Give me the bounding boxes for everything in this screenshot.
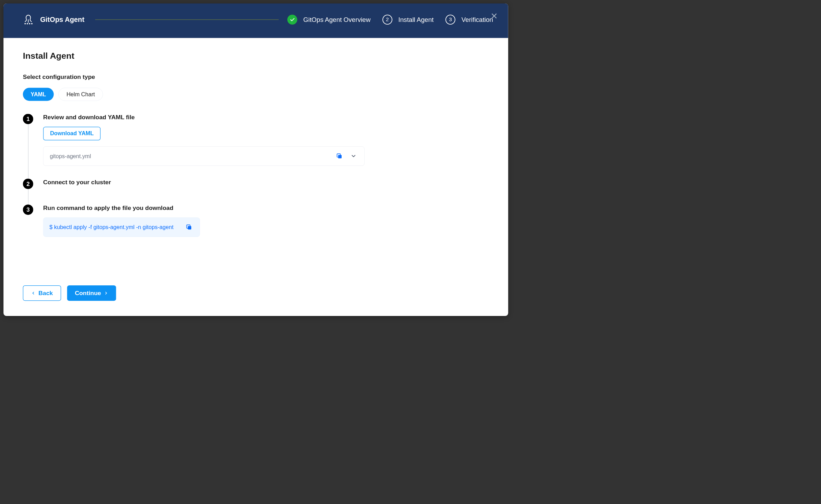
- stepper-progress-line: [95, 19, 279, 20]
- header-title: GitOps Agent: [40, 16, 84, 24]
- connector-line: [28, 189, 29, 205]
- step-label: Verification: [461, 16, 493, 23]
- close-icon: ✕: [491, 11, 498, 21]
- wizard-header: GitOps Agent GitOps Agent Overview 2 Ins…: [3, 3, 508, 38]
- pill-yaml[interactable]: YAML: [23, 88, 54, 101]
- close-button[interactable]: ✕: [491, 12, 498, 21]
- octopus-icon: [23, 14, 34, 25]
- command-text: $ kubectl apply -f gitops-agent.yml -n g…: [49, 224, 174, 230]
- step-label: Install Agent: [398, 16, 433, 23]
- header-logo: GitOps Agent: [23, 14, 85, 25]
- modal-footer: Back Continue: [3, 285, 508, 316]
- svg-point-1: [27, 23, 28, 24]
- step-badge: 2: [23, 179, 33, 189]
- step-label: GitOps Agent Overview: [303, 16, 370, 23]
- file-name: gitops-agent.yml: [50, 153, 329, 159]
- connector-line: [28, 124, 29, 179]
- check-icon: [287, 15, 297, 25]
- svg-point-0: [24, 23, 26, 24]
- chevron-left-icon: [31, 291, 35, 295]
- continue-button[interactable]: Continue: [67, 285, 116, 301]
- expand-file-button[interactable]: [349, 152, 358, 161]
- back-label: Back: [38, 290, 53, 296]
- step-install[interactable]: 2 Install Agent: [382, 15, 433, 25]
- install-step-2: 2 Connect to your cluster: [23, 179, 489, 204]
- step-number: 2: [382, 15, 392, 25]
- yaml-file-row[interactable]: gitops-agent.yml: [43, 146, 365, 166]
- copy-icon: [336, 153, 343, 160]
- step-badge: 3: [23, 204, 33, 215]
- install-step-1: 1 Review and download YAML file Download…: [23, 114, 489, 179]
- step-title: Connect to your cluster: [43, 179, 489, 186]
- step-title: Run command to apply the file you downlo…: [43, 204, 489, 211]
- copy-command-button[interactable]: [184, 222, 194, 232]
- svg-rect-6: [188, 226, 191, 229]
- config-type-toggle: YAML Helm Chart: [23, 88, 489, 101]
- step-overview[interactable]: GitOps Agent Overview: [287, 15, 370, 25]
- install-step-3: 3 Run command to apply the file you down…: [23, 204, 489, 237]
- pill-helm-chart[interactable]: Helm Chart: [58, 88, 103, 101]
- continue-label: Continue: [75, 290, 101, 296]
- page-title: Install Agent: [23, 51, 489, 60]
- command-box: $ kubectl apply -f gitops-agent.yml -n g…: [43, 218, 200, 237]
- modal-content: Install Agent Select configuration type …: [3, 38, 508, 285]
- svg-rect-4: [338, 155, 342, 158]
- wizard-steps: GitOps Agent Overview 2 Install Agent 3 …: [287, 15, 493, 25]
- download-yaml-button[interactable]: Download YAML: [43, 127, 101, 140]
- chevron-down-icon: [351, 153, 357, 159]
- svg-point-3: [31, 23, 33, 24]
- step-number: 3: [446, 15, 456, 25]
- chevron-right-icon: [104, 291, 108, 295]
- install-steps-list: 1 Review and download YAML file Download…: [23, 114, 489, 237]
- copy-filename-button[interactable]: [335, 151, 344, 161]
- step-title: Review and download YAML file: [43, 114, 489, 121]
- step-verification[interactable]: 3 Verification: [446, 15, 493, 25]
- config-type-label: Select configuration type: [23, 74, 489, 81]
- back-button[interactable]: Back: [23, 285, 61, 301]
- install-agent-modal: GitOps Agent GitOps Agent Overview 2 Ins…: [3, 3, 508, 316]
- step-badge: 1: [23, 114, 33, 124]
- copy-icon: [185, 224, 192, 231]
- svg-point-2: [29, 23, 30, 24]
